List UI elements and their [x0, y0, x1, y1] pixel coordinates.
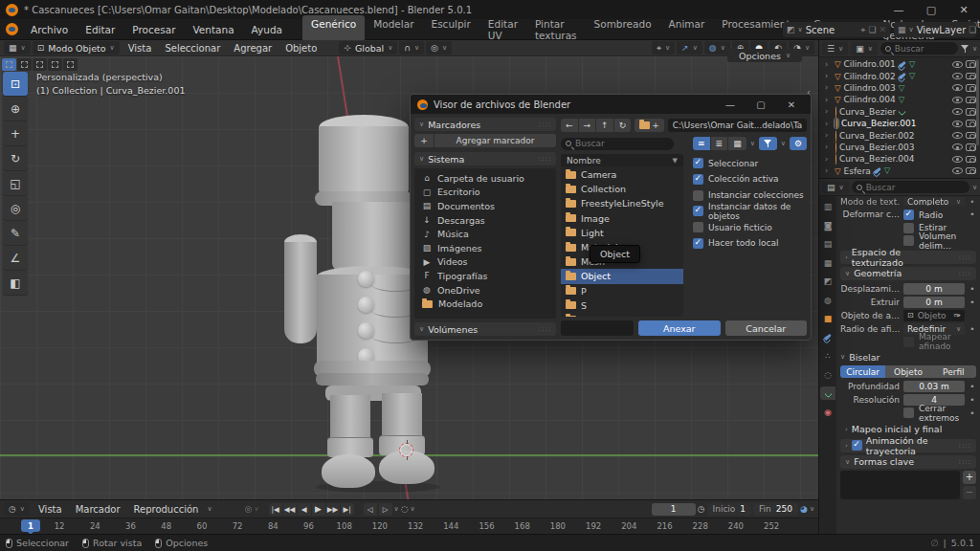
panel-grip-icon[interactable]: ::::	[539, 121, 551, 128]
map-taper-checkbox[interactable]	[903, 337, 914, 347]
timeline-menu-vista[interactable]: Vista	[32, 502, 69, 517]
up-button[interactable]: ↑	[596, 119, 613, 132]
scene-selector[interactable]: ◩∨ Scene ⌖ ❏ ✕	[783, 22, 890, 37]
chevron-down-icon[interactable]: ∨	[750, 140, 755, 147]
volumes-panel-header[interactable]: ∨ Volúmenes ::::	[414, 322, 556, 336]
system-item-documentos[interactable]: ▤Documentos	[414, 199, 556, 213]
panel-start-end[interactable]: › Mapeo inicial y final	[840, 423, 976, 436]
filter-icon[interactable]	[961, 45, 969, 53]
outliner-item-cilindro-001[interactable]: ›▽Cilindro.001▽	[819, 58, 980, 70]
play-button[interactable]: ▶	[312, 503, 325, 516]
current-frame-marker[interactable]: 1	[21, 519, 40, 532]
step-forward-button[interactable]: ▷	[379, 503, 392, 516]
checkbox[interactable]	[903, 235, 914, 246]
path-animation-checkbox[interactable]	[852, 440, 862, 451]
panel-geometry[interactable]: ∨ Geometría ::::	[840, 267, 976, 280]
panel-grip-icon[interactable]: ::::	[959, 253, 971, 261]
render-camera-icon[interactable]	[966, 60, 976, 68]
tool-cursor[interactable]: ⊕	[3, 97, 28, 121]
panel-grip-icon[interactable]: ::::	[959, 458, 971, 466]
expand-icon[interactable]: ›	[825, 166, 832, 175]
render-camera-icon[interactable]	[966, 84, 976, 92]
chevron-down-icon[interactable]: ∨	[972, 45, 977, 53]
file-row-camera[interactable]: Camera	[561, 167, 683, 182]
path-field[interactable]	[668, 119, 807, 132]
system-item-videos[interactable]: ▶Videos	[414, 255, 556, 270]
remove-shape-key-button[interactable]: −	[963, 486, 976, 499]
file-row-texture[interactable]: Texture	[561, 313, 683, 317]
jump-end-button[interactable]: ▶|	[341, 503, 354, 516]
tool-scale[interactable]: ◱	[3, 171, 28, 195]
option-usuario-ficticio[interactable]: Usuario ficticio	[693, 221, 807, 234]
render-camera-icon[interactable]	[966, 73, 976, 80]
workspace-tab-sombreado[interactable]: Sombreado	[586, 15, 660, 44]
dialog-maximize-button[interactable]: ▢	[748, 99, 773, 110]
properties-tab-particles[interactable]: ∴	[820, 349, 835, 363]
properties-tab-material[interactable]: ◉	[820, 406, 835, 419]
shape-keys-list[interactable]	[840, 471, 960, 499]
file-row-collection[interactable]: Collection	[561, 182, 683, 196]
select-circle-button[interactable]	[33, 58, 47, 71]
prev-keyframe-button[interactable]: ◀◀	[283, 503, 297, 516]
system-item-tipograf-as[interactable]: FTipografías	[414, 269, 556, 283]
properties-tab-view-layer[interactable]: ▦	[820, 256, 835, 270]
jump-start-button[interactable]: |◀	[269, 503, 282, 516]
outliner-search-input[interactable]	[895, 44, 953, 54]
chevron-down-icon[interactable]: ∨	[972, 184, 977, 191]
snap-dropdown[interactable]: ∩∨	[399, 41, 424, 55]
cancel-button[interactable]: Cancelar	[725, 320, 808, 336]
settings-button[interactable]: ⚙	[790, 137, 807, 150]
system-item-escritorio[interactable]: ▢Escritorio	[414, 186, 556, 200]
chevron-down-icon[interactable]: ∨	[394, 505, 399, 513]
render-camera-icon[interactable]	[966, 167, 976, 175]
filter-toggle-button[interactable]	[759, 137, 777, 150]
checkbox[interactable]	[693, 206, 703, 216]
tool-transform[interactable]: ◎	[3, 196, 28, 220]
unlink-icon[interactable]: ✕	[879, 25, 886, 34]
render-camera-icon[interactable]	[966, 132, 976, 140]
tool-move[interactable]: +	[3, 121, 28, 145]
depth-field[interactable]: 0.03 m	[903, 381, 965, 392]
animate-dot-icon[interactable]: •	[969, 408, 976, 418]
workspace-tab-animar[interactable]: Animar	[660, 15, 714, 44]
texture-mode-dropdown[interactable]: Completo∨	[903, 197, 965, 206]
tool-add-primitive[interactable]: ◧	[3, 271, 28, 295]
append-button[interactable]: Anexar	[638, 320, 721, 336]
offset-field[interactable]: 0 m	[903, 283, 965, 295]
tool-annotate[interactable]: ✎	[3, 221, 28, 245]
animate-dot-icon[interactable]: •	[969, 395, 976, 405]
expand-icon[interactable]: ›	[825, 96, 832, 104]
bevel-subpanel-header[interactable]: ∨ Biselar	[840, 350, 976, 364]
expand-icon[interactable]: ›	[825, 107, 832, 116]
render-camera-icon[interactable]	[966, 120, 976, 127]
taper-object-picker[interactable]: ⊡ Objeto ✑	[903, 310, 965, 321]
panel-path-animation[interactable]: › Animación de trayectoria ::::	[840, 439, 976, 452]
transform-orientation-dropdown[interactable]: ⊹Global∨	[339, 41, 397, 55]
eyedropper-icon[interactable]: ✑	[953, 311, 961, 320]
select-tweak-button[interactable]	[2, 58, 16, 71]
expand-icon[interactable]: ›	[825, 131, 832, 140]
option-colecci-n-activa[interactable]: Colección activa	[693, 173, 807, 187]
viewport-menu-seleccionar[interactable]: Seleccionar	[158, 41, 227, 55]
checkbox[interactable]	[693, 238, 703, 249]
view-thumbnails-button[interactable]: ▦	[728, 137, 746, 150]
filename-input[interactable]	[561, 320, 634, 336]
render-camera-icon[interactable]	[966, 97, 976, 104]
timeline-editor-type-button[interactable]: ◷∨	[4, 502, 30, 516]
visibility-eye-icon[interactable]	[952, 108, 963, 115]
xray-dropdown[interactable]: ◍∨	[704, 41, 730, 55]
viewport-menu-objeto[interactable]: Objeto	[278, 41, 323, 55]
add-bookmark-button[interactable]: Agregar marcador	[434, 134, 556, 147]
bookmarks-panel-header[interactable]: ∨ Marcadores ::::	[414, 118, 556, 131]
tool-measure[interactable]: ∠	[3, 246, 28, 270]
viewport-menu-agregar[interactable]: Agregar	[227, 41, 278, 55]
outliner-search[interactable]	[880, 42, 958, 55]
system-item-modelado[interactable]: Modelado	[414, 297, 556, 311]
panel-grip-icon[interactable]: ::::	[539, 325, 551, 333]
outliner-item-cilindro-002[interactable]: ›▽Cilindro.002▽	[819, 70, 980, 81]
new-folder-button[interactable]: +	[635, 119, 664, 132]
operator-options-button[interactable]: Opciones∨	[727, 49, 802, 62]
option-seleccionar[interactable]: Seleccionar	[693, 157, 807, 170]
timeline-menu-reproducci-n[interactable]: Reproducción	[127, 502, 206, 517]
system-item-carpeta-de-usuario[interactable]: ⌂Carpeta de usuario	[414, 171, 556, 186]
